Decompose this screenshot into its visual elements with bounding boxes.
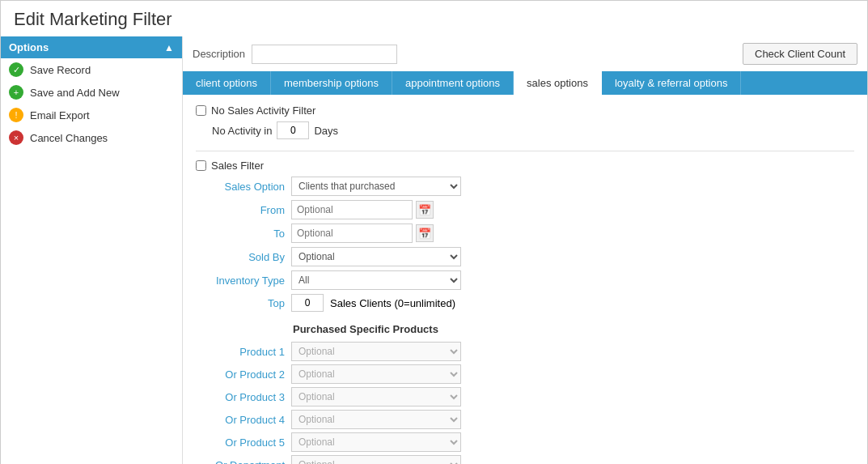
inventory-type-select[interactable]: All	[291, 270, 461, 290]
tab-client-options[interactable]: client options	[183, 71, 271, 95]
sold-by-row: Sold By Optional	[196, 247, 854, 266]
sidebar-item-label-cancel: Cancel Changes	[30, 132, 108, 144]
description-input[interactable]	[252, 45, 397, 64]
to-row: To 📅	[196, 223, 854, 243]
form-area: No Sales Activity Filter No Activity in …	[183, 95, 867, 464]
sidebar-item-save-add[interactable]: + Save and Add New	[1, 81, 182, 104]
sales-option-row: Sales Option Clients that purchased Clie…	[196, 177, 854, 196]
tabs-bar: client options membership options appoin…	[183, 71, 867, 95]
days-label: Days	[314, 125, 338, 137]
product-3-label: Or Product 3	[196, 391, 285, 403]
sales-filter-section: Sales Filter Sales Option Clients that p…	[196, 160, 854, 312]
divider-1	[196, 151, 854, 151]
page-header: Edit Marketing Filter	[1, 1, 867, 36]
description-label: Description	[193, 48, 245, 60]
product-row-4: Or Product 4 Optional	[196, 410, 854, 429]
purchased-products-title: Purchased Specific Products	[293, 323, 854, 335]
sidebar-item-cancel[interactable]: × Cancel Changes	[1, 126, 182, 149]
sidebar: Options ▲ ✓ Save Record + Save and Add N…	[1, 36, 183, 464]
product-5-select[interactable]: Optional	[291, 432, 461, 452]
sold-by-label: Sold By	[196, 251, 285, 263]
tab-appointment-options[interactable]: appointment options	[392, 71, 514, 95]
from-row: From 📅	[196, 200, 854, 219]
save-record-icon: ✓	[9, 62, 23, 77]
sidebar-header: Options ▲	[1, 36, 182, 58]
page-title: Edit Marketing Filter	[14, 9, 854, 30]
product-2-select[interactable]: Optional	[291, 364, 461, 384]
save-add-icon: +	[9, 85, 23, 100]
department-label: Or Department	[196, 459, 285, 465]
sidebar-item-email-export[interactable]: ! Email Export	[1, 104, 182, 126]
inventory-type-row: Inventory Type All	[196, 270, 854, 290]
no-activity-label: No Sales Activity Filter	[211, 104, 315, 117]
sidebar-header-label: Options	[9, 41, 49, 53]
sidebar-collapse-icon[interactable]: ▲	[164, 42, 174, 53]
sales-filter-checkbox-row: Sales Filter	[196, 160, 854, 172]
tab-sales-options[interactable]: sales options	[514, 71, 602, 95]
product-5-label: Or Product 5	[196, 436, 285, 449]
no-activity-in-label: No Activity in	[212, 125, 272, 137]
check-client-count-button[interactable]: Check Client Count	[743, 43, 857, 65]
product-row-2: Or Product 2 Optional	[196, 364, 854, 384]
no-activity-section: No Sales Activity Filter No Activity in …	[196, 104, 854, 139]
from-input[interactable]	[291, 200, 413, 219]
tab-membership-options[interactable]: membership options	[271, 71, 392, 95]
top-suffix: Sales Clients (0=unlimited)	[330, 297, 455, 309]
department-select[interactable]: Optional	[291, 455, 461, 464]
product-row-dept: Or Department Optional	[196, 455, 854, 464]
sales-filter-checkbox[interactable]	[196, 160, 206, 171]
top-bar: Description Check Client Count	[183, 36, 867, 71]
product-1-select[interactable]: Optional	[291, 342, 461, 361]
product-row-5: Or Product 5 Optional	[196, 432, 854, 452]
no-activity-checkbox[interactable]	[196, 105, 206, 116]
product-1-label: Product 1	[196, 346, 285, 358]
description-row: Description	[193, 45, 397, 64]
from-label: From	[196, 204, 285, 216]
to-calendar-icon[interactable]: 📅	[416, 224, 434, 242]
to-label: To	[196, 228, 285, 240]
email-export-icon: !	[9, 108, 23, 122]
sidebar-item-label-add: Save and Add New	[30, 87, 120, 99]
to-input[interactable]	[291, 223, 413, 243]
product-4-label: Or Product 4	[196, 414, 285, 426]
top-row: Top Sales Clients (0=unlimited)	[196, 294, 854, 312]
product-row-1: Product 1 Optional	[196, 342, 854, 361]
product-4-select[interactable]: Optional	[291, 410, 461, 429]
activity-row: No Activity in Days	[212, 121, 854, 139]
right-panel: Description Check Client Count client op…	[183, 36, 867, 464]
sold-by-select[interactable]: Optional	[291, 247, 461, 266]
sidebar-item-save-record[interactable]: ✓ Save Record	[1, 58, 182, 81]
sales-option-label: Sales Option	[196, 181, 285, 193]
sales-option-select[interactable]: Clients that purchased Clients that purc…	[291, 177, 461, 196]
main-content: Options ▲ ✓ Save Record + Save and Add N…	[1, 36, 867, 464]
top-label: Top	[196, 297, 285, 309]
from-input-group: 📅	[291, 200, 434, 219]
sidebar-item-label-save: Save Record	[30, 64, 91, 76]
sales-filter-label: Sales Filter	[211, 160, 264, 172]
from-calendar-icon[interactable]: 📅	[416, 201, 434, 219]
inventory-type-label: Inventory Type	[196, 275, 285, 287]
page-container: Edit Marketing Filter Options ▲ ✓ Save R…	[0, 0, 868, 464]
product-3-select[interactable]: Optional	[291, 387, 461, 407]
no-activity-checkbox-row: No Sales Activity Filter	[196, 104, 854, 117]
to-input-group: 📅	[291, 223, 434, 243]
tab-loyalty-referral[interactable]: loyalty & referral options	[602, 71, 741, 95]
cancel-icon: ×	[9, 130, 23, 145]
sidebar-item-label-email: Email Export	[30, 109, 90, 121]
purchased-products-section: Purchased Specific Products Product 1 Op…	[196, 323, 854, 464]
product-row-3: Or Product 3 Optional	[196, 387, 854, 407]
product-2-label: Or Product 2	[196, 368, 285, 381]
no-activity-days-input[interactable]	[277, 121, 309, 139]
top-input[interactable]	[291, 294, 324, 312]
